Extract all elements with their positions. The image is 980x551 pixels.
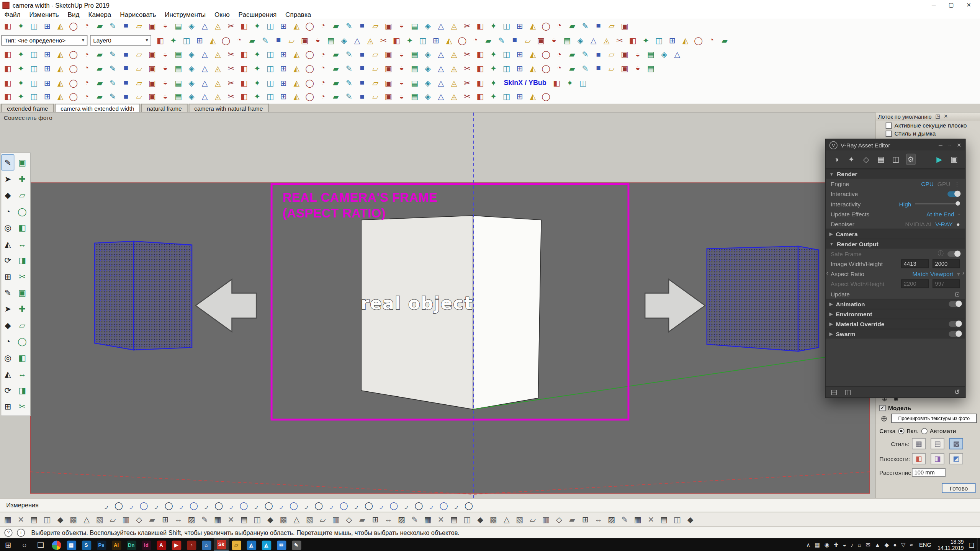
menu-tools[interactable]: Инструменты xyxy=(160,11,210,18)
taskbar-app-app-blue-grid[interactable]: ▦ xyxy=(64,538,79,551)
curve-tool-icon[interactable]: ◯ xyxy=(163,500,174,511)
tool-icon[interactable]: ◫ xyxy=(28,77,40,88)
curve-tool-icon[interactable]: ◯ xyxy=(363,500,374,511)
model-checkbox[interactable] xyxy=(879,405,885,411)
tool-icon[interactable]: △ xyxy=(81,513,93,525)
environment-section-header[interactable]: ▶ Environment xyxy=(826,309,965,319)
taskbar-app-photos[interactable]: ◭ xyxy=(244,538,258,551)
project-textures-button[interactable]: Проецировать текстуры из фото xyxy=(891,414,977,423)
tool-icon[interactable]: ■ xyxy=(273,34,285,46)
tool-icon[interactable]: ◧ xyxy=(474,77,486,88)
curve-tool-icon[interactable]: ◞ xyxy=(401,500,412,511)
tool-icon[interactable]: ■ xyxy=(120,91,132,103)
tool-icon[interactable]: ◯ xyxy=(67,91,79,103)
tool-icon[interactable]: ◬ xyxy=(364,34,376,46)
notification-center-icon[interactable]: ❏ xyxy=(969,541,975,548)
scene-tab-extended-frame[interactable]: extended frame xyxy=(1,104,54,112)
info-icon[interactable]: ⓘ xyxy=(938,250,944,258)
palette-tool-icon[interactable]: ✚ xyxy=(16,171,29,187)
tool-icon[interactable]: ▤ xyxy=(645,62,657,74)
spacing-input[interactable]: 100 mm xyxy=(912,468,946,477)
tool-icon[interactable]: ◔ xyxy=(233,34,245,46)
tool-icon[interactable]: ✦ xyxy=(15,91,27,103)
tool-icon[interactable]: ⊞ xyxy=(278,48,290,60)
curve-tool-icon[interactable]: ◯ xyxy=(263,500,274,511)
tool-icon[interactable]: ◫ xyxy=(653,34,665,46)
tool-icon[interactable]: ⊞ xyxy=(514,62,526,74)
tool-icon[interactable]: ▣ xyxy=(383,91,394,103)
render-icon[interactable]: ▶ xyxy=(935,154,944,165)
tool-icon[interactable]: ✎ xyxy=(343,20,355,32)
image-height-input[interactable]: 2000 xyxy=(933,259,960,268)
tool-icon[interactable]: ◔ xyxy=(81,48,93,60)
tool-icon[interactable]: ✦ xyxy=(488,77,499,88)
tool-icon[interactable]: ⊞ xyxy=(194,34,206,46)
checkbox[interactable] xyxy=(886,130,892,136)
tool-icon[interactable]: ◧ xyxy=(2,48,14,60)
tool-icon[interactable]: ▰ xyxy=(94,91,106,103)
tool-icon[interactable]: ⊞ xyxy=(41,91,53,103)
tool-icon[interactable]: ▨ xyxy=(186,513,198,525)
tool-icon[interactable]: △ xyxy=(501,513,512,525)
tool-icon[interactable]: ▣ xyxy=(146,20,158,32)
palette-tool-icon[interactable]: ⟳ xyxy=(1,252,14,268)
render-section-header[interactable]: ▼ Render xyxy=(826,169,965,179)
show-desktop-button[interactable] xyxy=(977,538,980,551)
tool-icon[interactable]: ▤ xyxy=(645,48,657,60)
tool-icon[interactable]: ◒ xyxy=(159,77,171,88)
tool-icon[interactable]: ▥ xyxy=(540,513,552,525)
tool-icon[interactable]: ◫ xyxy=(264,62,276,74)
tool-icon[interactable]: ▧ xyxy=(514,513,526,525)
tool-icon[interactable]: ▤ xyxy=(172,20,184,32)
tool-icon[interactable]: ▰ xyxy=(330,91,342,103)
tool-icon[interactable]: ▤ xyxy=(409,91,420,103)
curve-tool-icon[interactable]: ◞ xyxy=(351,500,362,511)
aspect-ratio-select[interactable]: Match Viewport xyxy=(913,270,954,277)
tool-icon[interactable]: ✂ xyxy=(461,77,473,88)
tool-icon[interactable]: ◒ xyxy=(396,62,407,74)
tool-icon[interactable]: ◒ xyxy=(632,62,644,74)
taskbar-app-folder[interactable]: ▱ xyxy=(229,538,244,551)
palette-tool-icon[interactable]: ◔ xyxy=(1,203,14,219)
tool-icon[interactable]: ◭ xyxy=(527,20,539,32)
taskbar-app-dreamweaver[interactable]: Dn xyxy=(124,538,139,551)
tool-icon[interactable]: ✦ xyxy=(251,91,263,103)
tool-icon[interactable]: ◭ xyxy=(291,77,303,88)
tool-icon[interactable]: ✎ xyxy=(579,62,591,74)
tool-icon[interactable]: ◭ xyxy=(679,34,691,46)
tool-icon[interactable]: ▥ xyxy=(330,513,342,525)
tool-icon[interactable]: ◈ xyxy=(186,20,198,32)
tool-icon[interactable]: ⊞ xyxy=(278,77,290,88)
tool-icon[interactable]: ⊞ xyxy=(278,20,290,32)
tool-icon[interactable]: ⊞ xyxy=(666,34,678,46)
tool-icon[interactable]: ▰ xyxy=(719,34,731,46)
palette-tool-icon[interactable]: ➤ xyxy=(1,171,14,187)
tool-icon[interactable]: △ xyxy=(587,34,599,46)
tool-icon[interactable]: ▰ xyxy=(330,20,342,32)
system-tray-icon[interactable]: ◆ xyxy=(885,542,889,548)
grid-style-option-icon[interactable]: ▤ xyxy=(931,438,944,449)
tool-icon[interactable]: ▣ xyxy=(383,20,394,32)
tool-icon[interactable]: ◫ xyxy=(501,48,512,60)
tool-icon[interactable]: ◧ xyxy=(154,34,166,46)
tool-icon[interactable]: ◧ xyxy=(2,77,14,88)
tool-icon[interactable]: ◭ xyxy=(54,62,66,74)
tool-icon[interactable]: ⊞ xyxy=(278,62,290,74)
tool-icon[interactable]: ▰ xyxy=(94,62,106,74)
tool-icon[interactable]: ◫ xyxy=(264,77,276,88)
tool-icon[interactable]: ◯ xyxy=(304,48,316,60)
tool-icon[interactable]: ▤ xyxy=(409,20,420,32)
tool-icon[interactable]: ◫ xyxy=(28,48,40,60)
palette-tool-icon[interactable]: ◨ xyxy=(16,252,29,268)
taskbar-app-photoshop[interactable]: Ps xyxy=(94,538,109,551)
palette-tool-icon[interactable]: ▣ xyxy=(16,284,29,301)
tool-icon[interactable]: ◆ xyxy=(54,513,66,525)
tool-icon[interactable]: ◇ xyxy=(343,513,355,525)
tool-icon[interactable]: ▦ xyxy=(2,513,14,525)
tool-icon[interactable]: ◒ xyxy=(159,48,171,60)
palette-tool-icon[interactable]: ↔ xyxy=(16,235,29,252)
tool-icon[interactable]: ◬ xyxy=(448,48,460,60)
tool-icon[interactable]: ◧ xyxy=(238,91,250,103)
tool-icon[interactable]: ▣ xyxy=(619,48,631,60)
tool-icon[interactable]: ◫ xyxy=(181,34,193,46)
